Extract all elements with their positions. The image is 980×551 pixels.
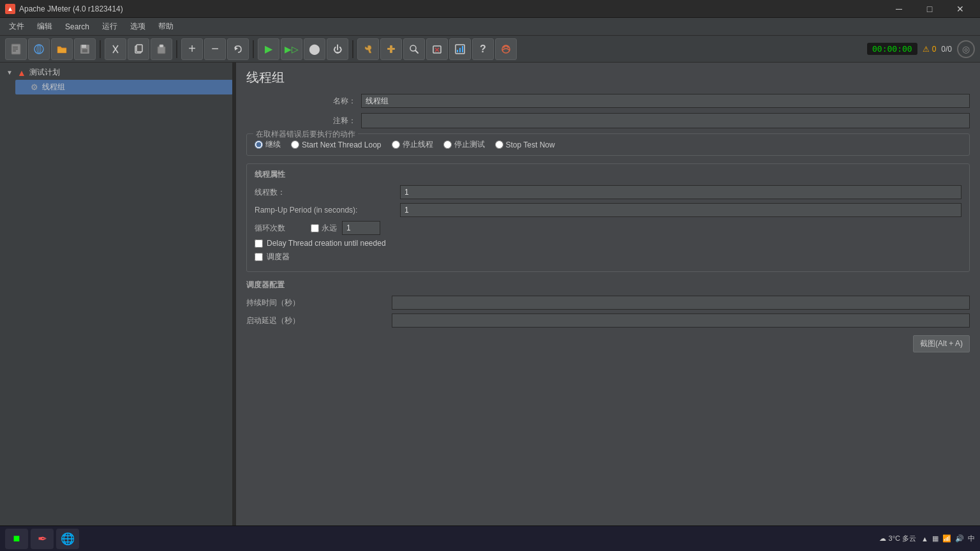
taskbar-volume-icon[interactable]: 🔊 (955, 534, 964, 543)
taskbar-right: ☁ 3°C 多云 ▲ ▦ 📶 🔊 中 (879, 534, 975, 543)
content-area: 线程组 名称： 注释： 在取样器错误后要执行的动作 继续 Start Next … (236, 63, 980, 525)
screenshot-button[interactable]: 截图(Alt + A) (913, 335, 970, 352)
radio-stop-thread[interactable]: 停止线程 (392, 139, 433, 150)
tools1-button[interactable] (357, 38, 379, 60)
menu-bar: 文件 编辑 Search 运行 选项 帮助 (0, 18, 980, 36)
results-button[interactable] (449, 38, 471, 60)
radio-stop-test[interactable]: 停止测试 (443, 139, 485, 150)
separator-4 (352, 40, 353, 58)
sidebar-item-testplan[interactable]: ▼ ▲ 测试计划 (3, 65, 233, 80)
svg-rect-18 (390, 45, 392, 53)
shutdown-button[interactable]: ⏻ (327, 38, 348, 60)
radio-stop-now[interactable]: Stop Test Now (495, 140, 555, 149)
menu-help[interactable]: 帮助 (152, 19, 180, 34)
name-input[interactable] (361, 94, 970, 108)
open-button[interactable] (51, 38, 73, 60)
status-circle: ◎ (957, 40, 975, 58)
radio-continue[interactable]: 继续 (255, 139, 281, 150)
clear-button[interactable] (426, 38, 448, 60)
thread-count-label: 线程数： (255, 187, 395, 198)
maximize-button[interactable]: □ (915, 0, 944, 18)
menu-file[interactable]: 文件 (3, 19, 31, 34)
comment-input[interactable] (361, 113, 970, 128)
app-title: Apache JMeter (4.0 r1823414) (19, 4, 123, 13)
error-action-group: 在取样器错误后要执行的动作 继续 Start Next Thread Loop … (246, 133, 970, 156)
timer-display: 00:00:00 (867, 43, 917, 55)
copy-button[interactable] (128, 38, 149, 60)
svg-rect-3 (13, 50, 16, 52)
start-button[interactable]: ▶ (258, 38, 279, 60)
new-button[interactable] (5, 38, 27, 60)
separator-2 (176, 40, 177, 58)
taskbar-pen[interactable]: ✒ (31, 529, 54, 549)
warning-indicator: ⚠ 0 (923, 45, 937, 54)
add-button[interactable]: + (181, 38, 203, 60)
template-button[interactable] (28, 38, 50, 60)
delay-creation-checkbox[interactable] (255, 239, 263, 248)
radio-next-loop[interactable]: Start Next Thread Loop (291, 140, 382, 149)
delay-creation-label: Delay Thread creation until needed (267, 239, 386, 248)
loop-count-label: 循环次数 (255, 223, 306, 234)
taskbar-weather: ☁ 3°C 多云 (879, 534, 917, 543)
scheduler-section: 调度器配置 持续时间（秒） 启动延迟（秒） (246, 280, 970, 328)
save-button[interactable] (74, 38, 96, 60)
taskbar-network-icon[interactable]: ▦ (932, 534, 939, 543)
thread-count-input[interactable] (400, 185, 961, 199)
taskbar-terminal[interactable]: ■ (5, 529, 28, 549)
menu-search[interactable]: Search (59, 20, 96, 34)
taskbar-browser[interactable]: 🌐 (56, 529, 79, 549)
ramp-up-input[interactable] (400, 203, 961, 217)
sidebar-resize-handle[interactable] (232, 63, 235, 525)
svg-line-20 (415, 50, 418, 53)
page-title: 线程组 (246, 69, 970, 86)
duration-input[interactable] (392, 296, 970, 310)
paste-button[interactable] (151, 38, 172, 60)
cut-button[interactable] (105, 38, 126, 60)
taskbar-chevron-icon[interactable]: ▲ (921, 535, 928, 543)
svg-rect-14 (158, 47, 165, 54)
radio-next-loop-label: Start Next Thread Loop (302, 140, 382, 149)
menu-edit[interactable]: 编辑 (31, 19, 59, 34)
taskbar-wifi-icon[interactable]: 📶 (942, 534, 951, 543)
remove-button[interactable]: − (204, 38, 226, 60)
startup-delay-input[interactable] (392, 313, 970, 328)
minimize-button[interactable]: ─ (884, 0, 914, 18)
run-count: 0/0 (941, 45, 952, 54)
weather-text: 3°C 多云 (889, 534, 917, 543)
menu-options[interactable]: 选项 (124, 19, 152, 34)
taskbar-icons: ▲ ▦ 📶 🔊 中 (921, 534, 975, 543)
svg-rect-25 (457, 50, 458, 52)
start-no-pauses-button[interactable]: ▶▷ (281, 38, 302, 60)
toolbar: + − ▶ ▶▷ ⬤ ⏻ ? 00:00:00 ⚠ 0 0/0 ◎ (0, 36, 980, 63)
forever-checkbox[interactable] (311, 224, 319, 232)
ramp-up-label: Ramp-Up Period (in seconds): (255, 206, 395, 215)
radio-stop-thread-label: 停止线程 (403, 139, 433, 150)
radio-continue-label: 继续 (265, 139, 281, 150)
menu-run[interactable]: 运行 (96, 19, 124, 34)
duration-label: 持续时间（秒） (246, 298, 387, 308)
name-row: 名称： (246, 94, 970, 108)
loop-count-input[interactable] (342, 221, 380, 235)
help-button[interactable]: ? (472, 38, 494, 60)
forever-checkbox-label[interactable]: 永远 (311, 223, 337, 234)
scheduler-checkbox[interactable] (255, 253, 263, 261)
name-label: 名称： (246, 96, 361, 107)
svg-rect-8 (82, 45, 86, 48)
taskbar: ■ ✒ 🌐 ☁ 3°C 多云 ▲ ▦ 📶 🔊 中 (0, 525, 980, 551)
remote-button[interactable] (495, 38, 517, 60)
svg-marker-16 (235, 47, 238, 50)
tools2-button[interactable] (380, 38, 402, 60)
taskbar-ime-icon[interactable]: 中 (968, 534, 975, 543)
stop-button[interactable]: ⬤ (304, 38, 325, 60)
ramp-up-row: Ramp-Up Period (in seconds): (255, 203, 961, 217)
close-button[interactable]: ✕ (946, 0, 975, 18)
svg-rect-27 (462, 46, 463, 52)
scheduler-checkbox-label: 调度器 (267, 252, 290, 262)
taskbar-left: ■ ✒ 🌐 (5, 529, 79, 549)
thread-props-section: 线程属性 线程数： Ramp-Up Period (in seconds): 循… (246, 163, 970, 272)
sidebar: ▼ ▲ 测试计划 ⚙ 线程组 (0, 63, 236, 525)
svg-rect-26 (459, 48, 461, 52)
undo-button[interactable] (227, 38, 249, 60)
sidebar-item-threadgroup[interactable]: ⚙ 线程组 (15, 80, 233, 94)
search-toolbar-button[interactable] (403, 38, 425, 60)
